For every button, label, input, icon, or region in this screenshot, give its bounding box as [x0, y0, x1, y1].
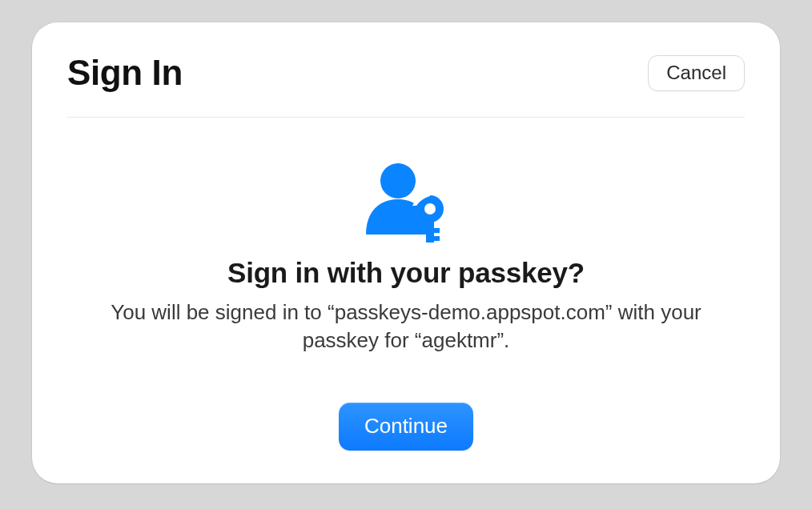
svg-rect-4 — [434, 228, 440, 233]
passkey-icon — [358, 158, 454, 246]
svg-rect-5 — [434, 236, 440, 241]
prompt-subtext: You will be signed in to “passkeys-demo.… — [102, 299, 710, 355]
cancel-button[interactable]: Cancel — [648, 55, 745, 91]
prompt-heading: Sign in with your passkey? — [227, 257, 585, 289]
continue-button[interactable]: Continue — [339, 403, 473, 451]
svg-point-2 — [424, 203, 436, 214]
dialog-body: Sign in with your passkey? You will be s… — [67, 118, 745, 451]
svg-point-0 — [380, 163, 416, 198]
sign-in-dialog: Sign In Cancel Sign in with your passkey… — [32, 22, 780, 483]
dialog-header: Sign In Cancel — [67, 53, 745, 118]
svg-rect-3 — [426, 218, 434, 242]
dialog-title: Sign In — [67, 53, 183, 93]
